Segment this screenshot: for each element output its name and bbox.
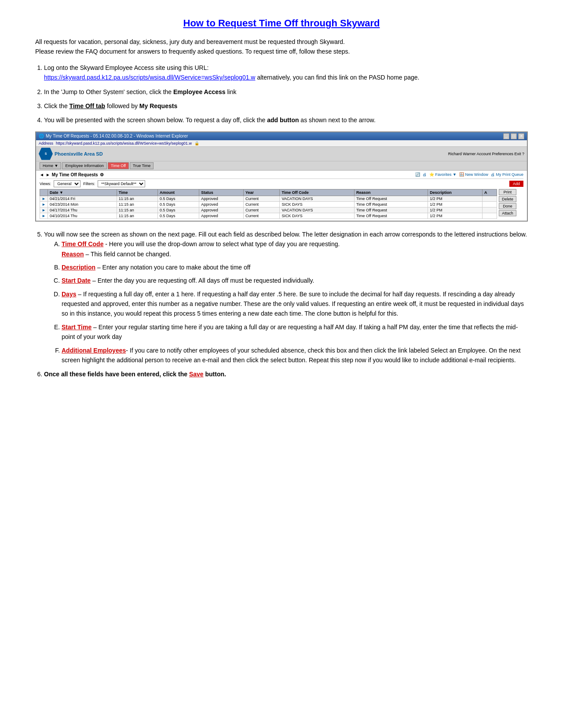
cell-year: Current <box>243 213 280 218</box>
table-row: ► 04/23/2014 Mon 11:15 an 0.5 Days Appro… <box>40 201 497 207</box>
cell-year: Current <box>243 207 280 213</box>
add-button[interactable]: Add <box>509 181 523 187</box>
cell-code: VACATION DAYS <box>280 207 354 213</box>
expand-btn[interactable]: ► <box>40 207 48 213</box>
cell-reason: Time Off Request <box>354 207 428 213</box>
school-name: Phoenixville Area SD <box>55 151 103 157</box>
print-button[interactable]: Print <box>499 189 516 195</box>
cell-a <box>483 213 497 218</box>
my-time-off-heading: My Time Off Requests <box>52 172 98 177</box>
cell-desc: 1/2 PM <box>428 196 483 201</box>
attach-button[interactable]: Attach <box>499 210 516 216</box>
cell-status: Approved <box>199 201 244 207</box>
expand-btn[interactable]: ► <box>40 213 48 218</box>
address-bar: Address https://skyward.pasd.k12.pa.us/s… <box>36 140 527 147</box>
cell-desc: 1/2 PM <box>428 213 483 218</box>
substep-b: Description – Enter any notation you car… <box>62 262 528 272</box>
step5-text: You will now see the screen as shown on … <box>44 231 527 238</box>
maximize-btn[interactable]: □ <box>511 133 517 139</box>
views-label: Views: <box>40 182 51 186</box>
cell-reason: Time Off Request <box>354 201 428 207</box>
views-select[interactable]: General <box>54 180 80 187</box>
nav-arrow-right: ► <box>46 172 50 177</box>
col-expand <box>40 189 48 196</box>
action-buttons: Print Delete Done Attach <box>499 189 516 219</box>
screenshot-container: 🌐 My Time Off Requests - 05.14.02.00.08-… <box>35 131 528 222</box>
cell-date: 04/17/2014 Thu <box>48 207 117 213</box>
step6-text: Once all these fields have been entered,… <box>44 371 226 378</box>
filters-label: Filters: <box>83 182 95 186</box>
cell-time: 11:15 an <box>117 196 157 201</box>
cell-year: Current <box>243 201 280 207</box>
browser-icon: 🌐 <box>39 134 44 138</box>
steps-list: Log onto the Skyward Employee Access sit… <box>44 63 528 125</box>
cell-amount: 0.5 Days <box>157 201 199 207</box>
content-header: ◄ ► My Time Off Requests ⚙ 🔄 🖨 ⭐ Favorit… <box>40 172 523 179</box>
col-date[interactable]: Date ▼ <box>48 189 117 196</box>
nav-bar: Home ▼ Employee Information Time Off Tru… <box>36 161 527 171</box>
substep-a: Time Off Code - Here you will use the dr… <box>62 239 528 259</box>
print-queue-icon[interactable]: 🖨 My Print Queue <box>491 172 523 177</box>
address-label: Address <box>39 141 53 146</box>
cell-amount: 0.5 Days <box>157 207 199 213</box>
nav-tabs: Home ▼ Employee Information Time Off Tru… <box>40 162 154 169</box>
expand-btn[interactable]: ► <box>40 201 48 207</box>
new-window-icon[interactable]: 🪟 New Window <box>459 172 488 177</box>
screenshot-content: ◄ ► My Time Off Requests ⚙ 🔄 🖨 ⭐ Favorit… <box>36 171 527 221</box>
skyward-logo: S Phoenixville Area SD <box>39 148 103 160</box>
col-status[interactable]: Status <box>199 189 244 196</box>
close-btn[interactable]: ✕ <box>518 133 524 139</box>
cell-time: 11:15 an <box>117 207 157 213</box>
step-5: You will now see the screen as shown on … <box>44 229 528 365</box>
done-button[interactable]: Done <box>499 203 516 209</box>
table-row: ► 04/21/2014 Fri 11:15 an 0.5 Days Appro… <box>40 196 497 201</box>
table-area: Date ▼ Time Amount Status Year Time Off … <box>40 189 523 219</box>
substep-f: Additional Employees- If you care to not… <box>62 346 528 365</box>
filters-select[interactable]: **Skyward Default** <box>98 180 145 187</box>
cell-desc: 1/2 PM <box>428 207 483 213</box>
step-1: Log onto the Skyward Employee Access sit… <box>44 63 528 83</box>
substep-d: Days – If requesting a full day off, ent… <box>62 289 528 319</box>
cell-reason: Time Off Request <box>354 213 428 218</box>
cell-a <box>483 207 497 213</box>
col-time[interactable]: Time <box>117 189 157 196</box>
address-text: https://skyward.pasd.k12.pa.us/scripts/w… <box>56 141 192 146</box>
table-row: ► 04/10/2014 Thu 11:15 an 0.5 Days Appro… <box>40 213 497 218</box>
step1-after: alternatively, you can find this link on… <box>257 74 419 81</box>
print-icon[interactable]: 🖨 <box>423 172 427 177</box>
table-row: ► 04/17/2014 Thu 11:15 an 0.5 Days Appro… <box>40 207 497 213</box>
tab-time-off[interactable]: Time Off <box>108 162 129 169</box>
tab-true-time[interactable]: True Time <box>130 162 154 169</box>
col-reason[interactable]: Reason <box>354 189 428 196</box>
skyward-logo-icon: S <box>39 148 53 160</box>
refresh-icon[interactable]: 🔄 <box>415 172 420 177</box>
step-2: In the 'Jump to Other System' section, c… <box>44 87 528 97</box>
intro-paragraph-1: All requests for vacation, personal day,… <box>35 37 528 57</box>
col-a: A <box>483 189 497 196</box>
col-year[interactable]: Year <box>243 189 280 196</box>
cell-year: Current <box>243 196 280 201</box>
col-description[interactable]: Description <box>428 189 483 196</box>
cell-desc: 1/2 PM <box>428 201 483 207</box>
col-amount[interactable]: Amount <box>157 189 199 196</box>
lock-icon: 🔒 <box>194 141 199 146</box>
expand-btn[interactable]: ► <box>40 196 48 201</box>
cell-a <box>483 196 497 201</box>
cell-date: 04/21/2014 Fri <box>48 196 117 201</box>
screenshot-header: S Phoenixville Area SD Richard Warner Ac… <box>36 147 527 161</box>
tab-home[interactable]: Home ▼ <box>40 162 61 169</box>
user-info: Richard Warner Account Preferences Exit … <box>448 152 524 156</box>
col-time-off-code[interactable]: Time Off Code <box>280 189 354 196</box>
skyward-link[interactable]: https://skyward.pasd.k12.pa.us/scripts/w… <box>44 74 255 81</box>
delete-button[interactable]: Delete <box>499 196 516 202</box>
minimize-btn[interactable]: _ <box>503 133 509 139</box>
cell-status: Approved <box>199 196 244 201</box>
tab-employee-info[interactable]: Employee Information <box>62 162 107 169</box>
cell-amount: 0.5 Days <box>157 196 199 201</box>
cell-status: Approved <box>199 207 244 213</box>
step-3: Click the Time Off tab followed by My Re… <box>44 101 528 111</box>
cell-reason: Time Off Request <box>354 196 428 201</box>
favorites-icon[interactable]: ⭐ Favorites ▼ <box>429 172 457 177</box>
cell-time: 11:15 an <box>117 213 157 218</box>
substep-e: Start Time – Enter your regular starting… <box>62 322 528 342</box>
